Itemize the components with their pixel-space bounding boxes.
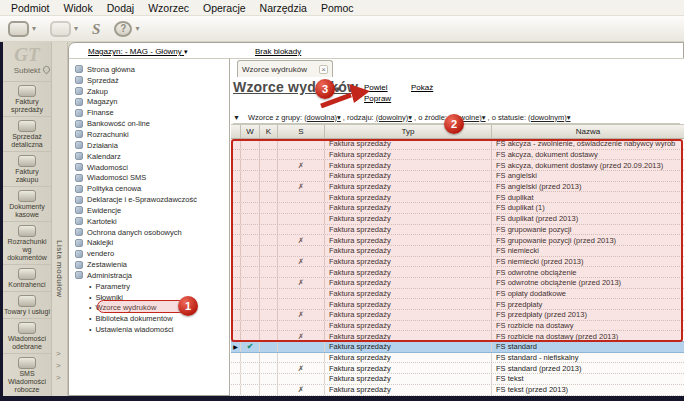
table-row[interactable]: Faktura sprzedażyFS duplikat (1) [231, 203, 684, 214]
menu-item[interactable]: Wzorzec [141, 2, 196, 14]
tree-item[interactable]: Magazyn [69, 97, 229, 108]
menu-item[interactable]: Widok [57, 2, 100, 14]
table-row[interactable]: Faktura sprzedażyFS angielski [231, 171, 684, 182]
filter-status-select[interactable]: (dowolnym)▾ [528, 113, 571, 122]
brak-blokady-link[interactable]: Brak blokady [255, 47, 301, 56]
chevron-down-icon[interactable]: ▾ [32, 24, 36, 33]
table-row[interactable]: ✗Faktura sprzedażyFS angielski (przed 20… [231, 182, 684, 193]
table-row[interactable]: Faktura sprzedażyFS duplikat (przed 2013… [231, 214, 684, 225]
menu-item[interactable]: Podmiot [4, 2, 57, 14]
tree-item[interactable]: Sprzedaż [69, 75, 229, 86]
tree-item[interactable]: Działania [69, 140, 229, 151]
tree-item[interactable]: Naklejki [69, 238, 229, 249]
tree-item-icon [75, 228, 83, 236]
header-s[interactable]: S [278, 125, 325, 138]
table-row[interactable]: ▶✔Faktura sprzedażyFS standard [231, 341, 684, 353]
table-row[interactable]: ✗Faktura sprzedażyFS akcyza, dokument do… [231, 160, 684, 171]
filter-zrodlo-select[interactable]: (dowolne)▾ [449, 113, 486, 122]
tree-item[interactable]: Zestawienia [69, 259, 229, 270]
module-button[interactable]: Rozrachunki wg dokumentów [3, 221, 51, 264]
tree-item[interactable]: •Parametry [69, 281, 229, 292]
table-row[interactable]: Faktura sprzedażyFS przedpłaty [231, 299, 684, 310]
tree-item[interactable]: Rozrachunki [69, 129, 229, 140]
cell-typ: Faktura sprzedaży [325, 192, 492, 202]
lista-modulow-strip[interactable]: Lista modułów [52, 42, 68, 396]
chevron-right-icon[interactable]: > [56, 373, 61, 382]
chevron-down-icon[interactable]: ▾ [135, 24, 139, 33]
module-button[interactable]: SMS Wiadomości robocze [3, 353, 51, 396]
module-button[interactable]: Dokumenty kasowe [3, 186, 51, 221]
tree-item[interactable]: •Ustawienia wiadomości [69, 324, 229, 335]
print-button[interactable]: ▾ [8, 21, 36, 37]
table-row[interactable]: ✗Faktura sprzedażyFS grupowanie pozycji … [231, 235, 684, 246]
tree-item[interactable]: Polityka cenowa [69, 183, 229, 194]
module-button[interactable]: Faktury zakupu [3, 151, 51, 186]
menu-item[interactable]: Operacje [196, 2, 253, 14]
header-k[interactable]: K [260, 125, 278, 138]
tree-item[interactable]: •Wzorce wydruków [69, 303, 229, 314]
table-row[interactable]: Faktura sprzedażyFS rozbicie na dostawy [231, 321, 684, 332]
chevron-down-icon[interactable]: ▼ [334, 85, 342, 94]
powiel-link[interactable]: Powiel [364, 83, 388, 92]
table-row[interactable]: Faktura sprzedażyFS odwrotne obciążenie [231, 267, 684, 278]
filter-group-select[interactable]: (dowolna)▾ [304, 113, 341, 122]
table-row[interactable]: Faktura sprzedażyFS akcyza - zwolnienie,… [231, 139, 684, 150]
subiekt-button[interactable]: S [92, 21, 100, 37]
chevron-right-icon[interactable]: > [56, 349, 61, 358]
table-row[interactable]: Faktura sprzedażyFS opłaty dodatkowe [231, 289, 684, 300]
table-row[interactable]: Faktura sprzedażyFS tekst [231, 374, 684, 385]
pokaz-link[interactable]: Pokaż [411, 83, 433, 92]
tab-wzorce-wydrukow[interactable]: Wzorce wydruków × [237, 60, 333, 77]
table-row[interactable]: ✗Faktura sprzedażyFS rozbicie na dostawy… [231, 331, 684, 342]
help-button[interactable]: ? ▾ [114, 21, 139, 37]
header-nazwa[interactable]: Nazwa [492, 125, 684, 138]
module-button[interactable]: Towary i usługi [3, 291, 51, 318]
tree-item[interactable]: Finanse [69, 107, 229, 118]
table-row[interactable]: Faktura sprzedażyFS grupowanie pozycji [231, 225, 684, 236]
tree-item[interactable]: Strona główna [69, 64, 229, 75]
tree-item[interactable]: •Słowniki [69, 292, 229, 303]
cell-nazwa: FS tekst [492, 374, 684, 384]
tree-item[interactable]: Deklaracje i e-Sprawozdawczość [69, 194, 229, 205]
table-row[interactable]: ✗Faktura sprzedażyFS przedpłaty (przed 2… [231, 310, 684, 321]
chevron-right-icon[interactable]: > [56, 361, 61, 370]
popraw-link[interactable]: Popraw [364, 94, 391, 103]
tree-item[interactable]: Kartoteki [69, 216, 229, 227]
module-button[interactable]: Wiadomości odebrane [3, 318, 51, 353]
menu-item[interactable]: Narzędzia [253, 2, 314, 14]
tree-item[interactable]: Wiadomości SMS [69, 172, 229, 183]
tree-item[interactable]: Bankowość on-line [69, 118, 229, 129]
tree-item[interactable]: Ewidencje [69, 205, 229, 216]
header-typ[interactable]: Typ [325, 125, 492, 138]
cross-icon: ✗ [298, 385, 304, 394]
table-row[interactable]: Faktura sprzedażyFS standard - niefiskal… [231, 353, 684, 364]
menu-item[interactable]: Pomoc [314, 2, 361, 14]
chevron-down-icon[interactable]: ▾ [74, 24, 78, 33]
table-row[interactable]: ✗Faktura sprzedażyFS tekst (przed 2013) [231, 385, 684, 396]
tree-item[interactable]: •Biblioteka dokumentów [69, 313, 229, 324]
tree-item[interactable]: Kalendarz [69, 151, 229, 162]
tree-item[interactable]: vendero [69, 248, 229, 259]
close-icon[interactable]: × [319, 65, 328, 74]
table-row[interactable]: ✗Faktura sprzedażyFS standard (przed 201… [231, 363, 684, 374]
module-button[interactable]: Sprzedaż detaliczna [3, 116, 51, 151]
module-button[interactable]: Faktury sprzedaży [3, 81, 51, 116]
table-row[interactable]: ✗Faktura sprzedażyFS niemiecki (przed 20… [231, 257, 684, 268]
cell-k [260, 203, 278, 213]
table-row[interactable]: Faktura sprzedażyFS niemiecki [231, 246, 684, 257]
table-row[interactable]: ✗Faktura sprzedażyFS odwrotne obciążenie… [231, 278, 684, 289]
tree-item[interactable]: Zakup [69, 86, 229, 97]
header-w[interactable]: W [241, 125, 260, 138]
tree-item[interactable]: Administracja [69, 270, 229, 281]
filter-rodzaj-select[interactable]: (dowolny)▾ [376, 113, 412, 122]
table-row[interactable]: Faktura sprzedażyFS akcyza, dokument dos… [231, 150, 684, 161]
tree-item[interactable]: Ochrona danych osobowych [69, 227, 229, 238]
mail-button[interactable]: ▾ [50, 21, 78, 37]
filter-dropdown-icon[interactable]: ▼ [233, 114, 240, 121]
tree-item-icon [75, 65, 83, 73]
magazyn-link[interactable]: Magazyn: - MAG - Główny ▾ [88, 47, 188, 56]
module-button[interactable]: Kontrahenci [3, 264, 51, 291]
tree-item[interactable]: Wiadomości [69, 162, 229, 173]
menu-item[interactable]: Dodaj [100, 2, 141, 14]
table-row[interactable]: Faktura sprzedażyFS duplikat [231, 192, 684, 203]
